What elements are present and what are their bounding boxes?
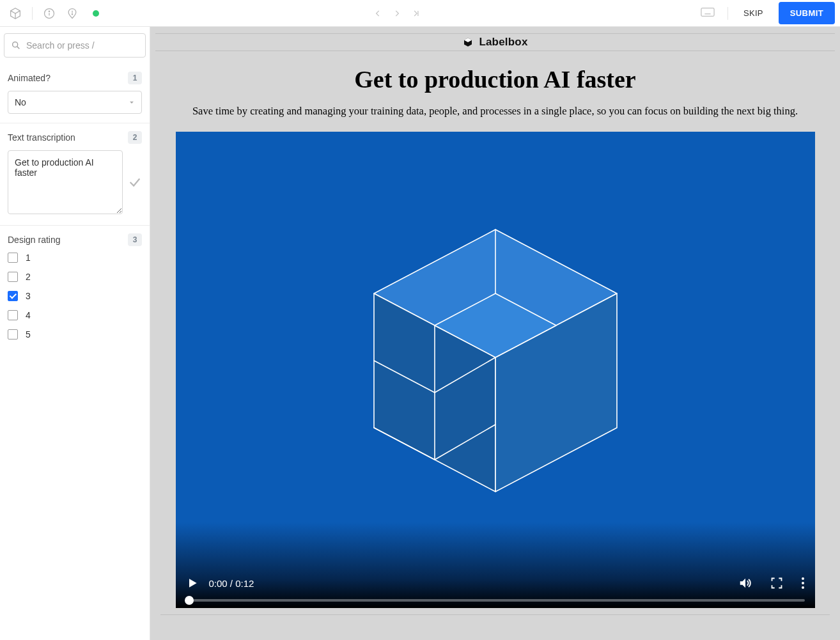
- question-title: Design rating: [8, 235, 61, 245]
- rating-label: 1: [26, 253, 31, 263]
- more-icon[interactable]: [801, 577, 805, 589]
- video-controls: 0:00 / 0:12: [176, 562, 815, 608]
- headline: Get to production AI faster: [155, 65, 835, 93]
- fullscreen-icon[interactable]: [770, 577, 783, 589]
- play-icon[interactable]: [186, 577, 199, 589]
- rating-option-2[interactable]: 2: [8, 272, 142, 282]
- svg-marker-20: [189, 579, 197, 587]
- rating-option-3[interactable]: 3: [8, 291, 142, 301]
- checkbox-icon[interactable]: [8, 291, 18, 301]
- prev-icon[interactable]: [370, 6, 385, 21]
- chevron-down-icon: [128, 97, 135, 107]
- checkbox-icon[interactable]: [8, 272, 18, 282]
- topbar: SKIP SUBMIT: [0, 0, 840, 27]
- rating-option-5[interactable]: 5: [8, 329, 142, 340]
- search-input-wrap[interactable]: [4, 33, 146, 58]
- checkbox-icon[interactable]: [8, 329, 18, 340]
- svg-point-23: [802, 582, 804, 584]
- video-player[interactable]: 0:00 / 0:12: [176, 132, 815, 608]
- submit-button[interactable]: SUBMIT: [779, 2, 835, 24]
- volume-icon[interactable]: [738, 576, 752, 590]
- rating-option-1[interactable]: 1: [8, 253, 142, 263]
- sidebar: Animated? 1 No Text transcription 2: [0, 27, 150, 640]
- subhead: Save time by creating and managing your …: [155, 105, 835, 118]
- divider: [32, 7, 33, 20]
- svg-rect-6: [701, 8, 714, 17]
- status-dot: [93, 10, 99, 17]
- flag-icon[interactable]: [62, 3, 82, 24]
- question-badge: 3: [128, 233, 142, 246]
- svg-marker-14: [130, 102, 134, 104]
- question-badge: 2: [128, 131, 142, 144]
- main-canvas: Labelbox Get to production AI faster Sav…: [150, 27, 840, 640]
- animated-select[interactable]: No: [8, 91, 142, 114]
- checkbox-icon[interactable]: [8, 253, 18, 263]
- svg-point-4: [72, 13, 72, 14]
- svg-marker-21: [740, 579, 745, 588]
- svg-point-22: [802, 577, 804, 580]
- cube-graphic: [368, 223, 623, 498]
- rating-option-4[interactable]: 4: [8, 310, 142, 320]
- topbar-right: SKIP SUBMIT: [696, 2, 835, 24]
- question-title: Text transcription: [8, 132, 75, 143]
- checkbox-icon[interactable]: [8, 310, 18, 320]
- rating-label: 3: [26, 291, 31, 301]
- svg-line-13: [17, 47, 20, 49]
- next-icon[interactable]: [389, 6, 405, 21]
- divider: [727, 7, 728, 20]
- keyboard-icon[interactable]: [696, 7, 720, 19]
- video-time: 0:00 / 0:12: [209, 578, 254, 589]
- progress-knob[interactable]: [185, 596, 194, 605]
- divider: [160, 614, 830, 615]
- check-icon[interactable]: [128, 175, 142, 191]
- question-design-rating: Design rating 3 12345: [0, 226, 150, 348]
- svg-point-12: [13, 42, 18, 47]
- video-progress[interactable]: [186, 599, 805, 602]
- question-transcription: Text transcription 2: [0, 123, 150, 226]
- last-icon[interactable]: [408, 6, 424, 21]
- brand-name: Labelbox: [479, 36, 527, 49]
- logo-cube-icon[interactable]: [5, 3, 26, 24]
- question-animated: Animated? 1 No: [0, 64, 150, 123]
- svg-point-2: [49, 11, 49, 12]
- skip-button[interactable]: SKIP: [736, 3, 771, 23]
- select-value: No: [15, 97, 26, 107]
- question-badge: 1: [128, 72, 142, 84]
- svg-point-24: [802, 586, 804, 589]
- rating-label: 4: [26, 310, 31, 320]
- topbar-nav: [99, 6, 696, 21]
- search-input[interactable]: [26, 40, 139, 51]
- info-icon[interactable]: [39, 3, 59, 24]
- rating-label: 5: [26, 329, 31, 340]
- labelbox-logo-icon: [462, 36, 474, 48]
- brand-bar: Labelbox: [155, 33, 835, 51]
- topbar-left: [5, 3, 99, 24]
- search-icon: [11, 40, 21, 51]
- rating-label: 2: [26, 272, 31, 282]
- question-title: Animated?: [8, 73, 51, 83]
- transcription-textarea[interactable]: [8, 150, 123, 214]
